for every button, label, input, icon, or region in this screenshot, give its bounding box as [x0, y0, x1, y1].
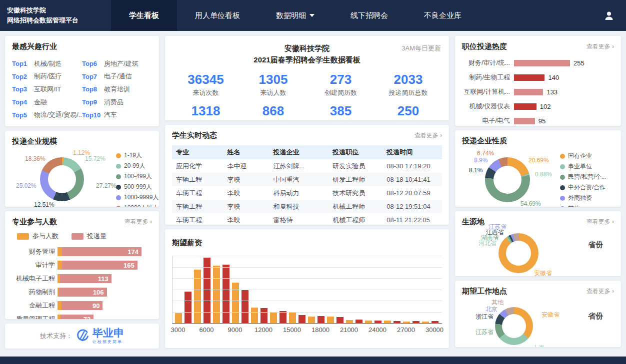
legend-item[interactable]: 1-19人	[116, 151, 158, 160]
histogram-bar	[194, 270, 201, 323]
stat-item: 273创建简历数	[307, 72, 374, 97]
stat-label: 投递简历总数	[374, 88, 442, 97]
panel-company-size: 投递企业规模 1.12%15.72%27.27%12.51%25.02%18.3…	[5, 131, 159, 207]
bar-segment-submissions: 106	[58, 288, 107, 297]
bar-segment-submissions: 113	[60, 274, 112, 283]
bar-category-label: 质量管理工程	[12, 315, 55, 319]
legend-item[interactable]: 10000人以上	[116, 204, 158, 207]
stat-value: 868	[240, 104, 307, 118]
view-more-link[interactable]: 查看更多 ›	[414, 131, 442, 140]
bar-row: 机械/仪器仪表102	[462, 102, 614, 111]
dashboard-body: 最感兴趣行业 Top1机械/制造Top2制药/医疗Top3互联网/ITTop4金…	[0, 31, 626, 354]
nav-tab-5[interactable]: 不良企业库	[406, 0, 480, 31]
legend-item[interactable]: 参与人数	[17, 232, 58, 241]
legend-swatch	[17, 233, 29, 240]
bar-row: 财务管理174	[12, 247, 152, 256]
legend-item[interactable]: 100-499人	[116, 172, 158, 181]
stat-label: 进入筛选数	[240, 119, 307, 120]
panel-origin: 生源地 查看更多 › 河北省湖南省江西省江苏省安徽省 省份	[455, 211, 621, 276]
legend-item[interactable]: 事业单位	[560, 162, 606, 171]
histogram-bar	[251, 308, 258, 323]
nav-right	[603, 0, 626, 31]
bar-segment-submissions: 165	[62, 261, 138, 270]
industry-item: Top7电子/通信	[82, 70, 152, 83]
gridline	[172, 312, 442, 313]
origin-axis-label: 省份	[588, 240, 603, 250]
gridline	[172, 267, 442, 268]
legend-item[interactable]: 中外合资/合作	[560, 183, 606, 192]
industry-rank: Top7	[82, 73, 104, 80]
nav-tab-4[interactable]: 线下招聘会	[332, 0, 406, 31]
brand-line1: 安徽科技学院	[7, 5, 111, 15]
nav-tab-2[interactable]: 用人单位看板	[177, 0, 258, 31]
bar-value-label: 102	[540, 103, 551, 110]
table-cell: 车辆工程	[172, 186, 224, 200]
legend-label: 100-499人	[124, 172, 152, 181]
legend-label: 10000人以上	[124, 204, 158, 207]
slice-label: 8.9%	[474, 157, 488, 164]
industry-label: 电子/通信	[104, 72, 132, 81]
legend-item[interactable]: 500-999人	[116, 183, 158, 191]
view-more-link[interactable]: 查看更多 ›	[586, 42, 614, 51]
support-prefix: 技术支持：	[40, 332, 72, 341]
industry-label: 汽车	[104, 110, 117, 119]
industry-rank: Top5	[12, 111, 34, 119]
panel-title: 专业参与人数	[12, 217, 57, 227]
x-tick-label: 3000	[171, 326, 186, 334]
donut-hole	[494, 166, 522, 194]
table-cell: 江苏剑牌...	[269, 159, 328, 173]
nav-tab-1[interactable]: 学生看板	[111, 0, 177, 31]
bar-segment-participants	[58, 247, 62, 256]
table-cell: 和夏科技	[269, 200, 328, 213]
bar-value-label: 113	[98, 275, 108, 283]
industry-item: Top8教育培训	[82, 83, 152, 96]
stat-label: 通过初审数	[307, 119, 374, 120]
histogram-bar	[374, 321, 382, 323]
bar-row: 制药/生物工程140	[462, 73, 614, 82]
histogram-bar	[365, 321, 372, 323]
bar-category-label: 机械/仪器仪表	[462, 102, 510, 111]
slice-label: 上海	[532, 344, 544, 347]
legend-dot	[116, 195, 121, 200]
slice-label: 安徽省	[534, 269, 552, 276]
view-more-link[interactable]: 查看更多 ›	[124, 218, 152, 226]
company-nature-donut-chart: 20.69%0.88%54.69%8.1%8.9%6.74%国有企业事业单位民营…	[462, 150, 613, 207]
stat-value: 385	[307, 104, 374, 118]
view-more-link[interactable]: 查看更多 ›	[586, 287, 614, 296]
nav-tab-3[interactable]: 数据明细	[258, 0, 332, 31]
donut-hole	[502, 314, 526, 338]
legend-item[interactable]: 外商独资	[560, 194, 606, 202]
histogram-bar	[318, 316, 324, 323]
nav-tab-label: 用人单位看板	[195, 11, 240, 20]
industry-label: 制药/医疗	[34, 72, 62, 81]
view-more-label: 查看更多	[124, 218, 148, 225]
legend-item[interactable]: 民营/私营/个...	[560, 173, 606, 181]
legend-item[interactable]: 1000-9999人	[116, 193, 158, 202]
industry-rank: Top4	[12, 98, 34, 106]
panel-work-location: 期望工作地点 查看更多 › 安徽省上海江苏省浙江省北京其他 省份	[455, 281, 621, 347]
stat-value: 1305	[240, 72, 307, 87]
panel-title: 期望工作地点	[462, 287, 507, 296]
histogram-bar	[336, 317, 344, 323]
company-size-donut-chart: 1.12%15.72%27.27%12.51%25.02%18.36%1-19人…	[12, 150, 152, 207]
table-cell: 08-12 20:07:59	[382, 186, 442, 200]
histogram-plot	[172, 256, 442, 324]
panel-title: 期望薪资	[172, 238, 442, 248]
legend-dot	[116, 185, 121, 190]
legend-label: 1-19人	[124, 151, 142, 160]
dashboard-title-line2: 2021届春季招聘会学生数据看板	[172, 54, 442, 66]
histogram-bar	[204, 258, 210, 323]
user-avatar-icon[interactable]	[603, 9, 615, 21]
legend-item[interactable]: 投递量	[72, 232, 106, 241]
legend-item[interactable]: 20-99人	[116, 162, 158, 170]
x-tick-label: 9000	[228, 326, 242, 334]
legend-item[interactable]: 国有企业	[560, 152, 606, 160]
bar-category-label: 药物制剂	[12, 288, 55, 297]
view-more-link[interactable]: 查看更多 ›	[586, 218, 614, 226]
industry-rank: Top10	[82, 111, 104, 119]
legend-item[interactable]: 其他	[560, 204, 606, 207]
industry-rank: Top2	[12, 73, 34, 80]
table-column-header: 投递企业	[269, 145, 328, 159]
bar-category-label: 审计学	[12, 261, 55, 270]
industry-rank: Top3	[12, 85, 34, 93]
